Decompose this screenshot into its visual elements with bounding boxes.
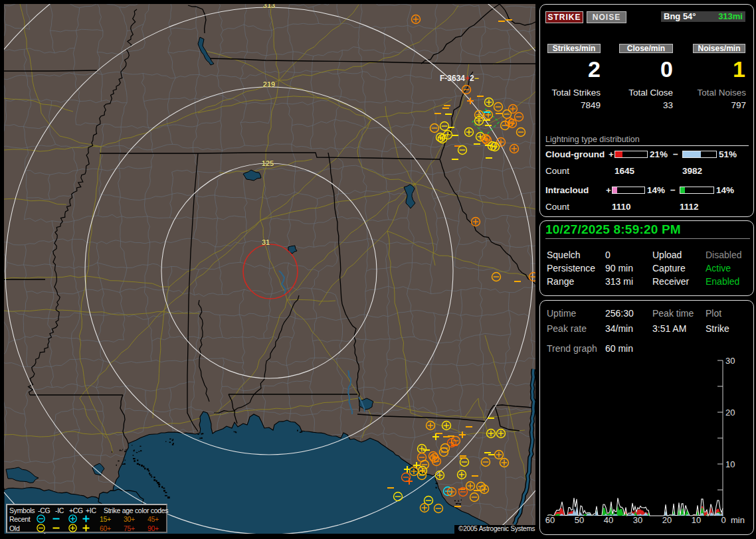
svg-text:31: 31 bbox=[262, 238, 270, 246]
svg-text:219: 219 bbox=[263, 80, 275, 88]
svg-text:60: 60 bbox=[545, 515, 555, 525]
svg-text:10: 10 bbox=[725, 459, 735, 469]
svg-text:30: 30 bbox=[633, 515, 642, 525]
svg-text:20: 20 bbox=[725, 408, 735, 418]
svg-text:30: 30 bbox=[725, 356, 735, 366]
svg-text:125: 125 bbox=[262, 159, 274, 167]
svg-text:min: min bbox=[731, 515, 745, 525]
svg-text:50: 50 bbox=[575, 515, 584, 525]
svg-text:40: 40 bbox=[604, 515, 613, 525]
svg-text:20: 20 bbox=[662, 515, 672, 525]
svg-text:10: 10 bbox=[692, 515, 701, 525]
svg-text:0: 0 bbox=[721, 515, 725, 525]
svg-text:313: 313 bbox=[263, 4, 275, 9]
svg-text:F-3634+2−: F-3634+2− bbox=[440, 74, 479, 83]
